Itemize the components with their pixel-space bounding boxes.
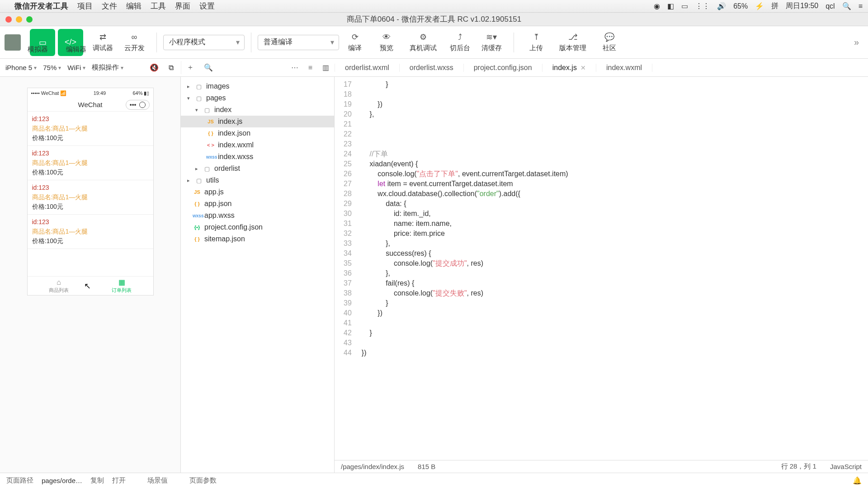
editor-button[interactable]: </> [58,29,83,56]
folder-utils[interactable]: ▸▢utils [181,174,334,186]
battery-percent: 65% [733,2,748,10]
mute-icon[interactable]: 🔇 [148,61,160,74]
wxss-icon: wxss [193,213,202,218]
scene-label: 场景值 [147,476,168,485]
refresh-icon: ⟳ [349,32,361,42]
device-select[interactable]: iPhone 5 [5,64,37,71]
airplay-icon[interactable]: ▭ [681,2,688,10]
menu-edit[interactable]: 编辑 [126,1,142,11]
branch-icon: ⎇ [567,32,579,42]
file-index-js[interactable]: JSindex.js [181,116,334,127]
version-button[interactable]: ⎇版本管理 [552,29,594,56]
close-icon[interactable]: ✕ [580,64,586,71]
tab-index-wxml[interactable]: index.wxml [596,64,652,72]
clear-cache-button[interactable]: ≋▾清缓存 [476,29,507,56]
close-window-button[interactable] [5,16,12,23]
file-app-json[interactable]: { }app.json [181,198,334,210]
upload-icon: ⤒ [530,32,542,42]
file-app-wxss[interactable]: wxssapp.wxss [181,210,334,221]
folder-icon: ▢ [203,107,212,113]
open-button[interactable]: 打开 [112,476,126,485]
tab-project-config[interactable]: project.config.json [464,64,542,72]
search-button[interactable]: 🔍 [202,61,215,74]
menu-icon[interactable]: ≡ [859,2,863,10]
debugger-button[interactable]: ⇄调试器 [87,29,118,56]
record-icon[interactable]: ◉ [654,2,660,10]
separator [156,33,157,52]
list-item[interactable]: id:123商品名:商品1—火腿价格:100元 [28,215,153,249]
app-icon[interactable]: ◧ [667,2,674,10]
file-index-wxss[interactable]: wxssindex.wxss [181,151,334,163]
remote-debug-button[interactable]: ⚙真机调试 [402,29,444,56]
folder-images[interactable]: ▸▢images [181,80,334,92]
zoom-window-button[interactable] [26,16,33,23]
file-index-json[interactable]: { }index.json [181,127,334,139]
menu-project[interactable]: 项目 [77,1,93,11]
wifi-icon[interactable]: ⋮⋮ [695,2,710,10]
sim-ops-select[interactable]: 模拟操作 [92,63,123,72]
file-app-js[interactable]: JSapp.js [181,186,334,198]
input-method-icon[interactable]: 拼 [771,1,778,11]
page-path-label: 页面路径 [6,476,33,485]
target-icon [139,102,146,108]
network-select[interactable]: WiFi [67,64,85,71]
tab-products[interactable]: ⌂商品列表 [28,277,90,295]
list-item[interactable]: id:123商品名:商品1—火腿价格:100元 [28,180,153,215]
phone-navbar: WeChat ••• [28,98,153,112]
split-icon[interactable]: ▥ [321,61,331,74]
compile-mode-select[interactable]: 普通编译 [258,35,339,50]
copy-button[interactable]: 复制 [90,476,104,485]
compile-button[interactable]: ⟳编译 [339,29,371,56]
language-mode[interactable]: JavaScript [830,463,862,470]
code-editor[interactable]: 17 18 19 20 21 22 23 24 25 26 27 28 29 3… [335,77,868,460]
menu-ui[interactable]: 界面 [175,1,190,11]
capsule-button[interactable]: ••• [126,100,150,110]
app-name[interactable]: 微信开发者工具 [14,1,68,11]
expand-button[interactable]: » [849,37,863,47]
search-icon[interactable]: 🔍 [842,2,851,10]
file-sitemap[interactable]: { }sitemap.json [181,233,334,245]
page-path-value: pages/orde… [42,477,82,484]
folder-orderlist[interactable]: ▸▢orderlist [181,163,334,174]
zoom-select[interactable]: 75% [43,64,61,71]
add-file-button[interactable]: ＋ [185,61,196,74]
json-icon: { } [193,201,202,206]
date-time[interactable]: 周日19:50 [786,1,818,11]
detach-icon[interactable]: ⧉ [167,62,175,74]
user-name[interactable]: qcl [826,2,835,10]
file-project-config[interactable]: {•}project.config.json [181,221,334,233]
list-item[interactable]: id:123商品名:商品1—火腿价格:100元 [28,112,153,146]
menu-file[interactable]: 文件 [102,1,117,11]
tab-index-js[interactable]: index.js✕ [542,64,596,72]
code-content[interactable]: } }) }, //下单 xiadan(event) { console.log… [356,77,568,460]
chat-icon: 💬 [604,32,615,42]
wxml-icon: < > [206,142,215,148]
bell-icon[interactable]: 🔔 [853,476,862,485]
folder-index[interactable]: ▾▢index [181,104,334,116]
volume-icon[interactable]: 🔊 [717,2,726,10]
folder-pages[interactable]: ▾▢pages [181,92,334,104]
more-button[interactable]: ⋯ [289,61,300,74]
json-icon: { } [193,236,202,242]
main-area: ••••• WeChat 📶 19:49 64% ▮▯ WeChat ••• i… [0,77,868,473]
upload-button[interactable]: ⤒上传 [520,29,552,56]
list-item[interactable]: id:123商品名:商品1—火腿价格:100元 [28,146,153,180]
settings-icon[interactable]: ≡ [307,62,314,74]
mode-select[interactable]: 小程序模式 [163,35,245,50]
menu-tools[interactable]: 工具 [151,1,166,11]
file-tree: ▸▢images ▾▢pages ▾▢index JSindex.js { }i… [181,77,335,473]
tab-orders[interactable]: ▦订单列表 [90,277,153,295]
menu-settings[interactable]: 设置 [199,1,215,11]
minimize-window-button[interactable] [16,16,22,23]
simulator-button[interactable]: ▭ [30,29,55,56]
tab-orderlist-wxss[interactable]: orderlist.wxss [400,64,464,72]
file-index-wxml[interactable]: < >index.wxml [181,139,334,151]
background-button[interactable]: ⤴切后台 [444,29,476,56]
cloud-button[interactable]: ∞云开发 [118,29,150,56]
project-avatar[interactable] [5,34,21,51]
community-button[interactable]: 💬社区 [594,29,625,56]
tab-orderlist-wxml[interactable]: orderlist.wxml [335,64,400,72]
preview-button[interactable]: 👁预览 [371,29,402,56]
product-list[interactable]: id:123商品名:商品1—火腿价格:100元id:123商品名:商品1—火腿价… [28,112,153,276]
phone-simulator: ••••• WeChat 📶 19:49 64% ▮▯ WeChat ••• i… [27,88,154,296]
